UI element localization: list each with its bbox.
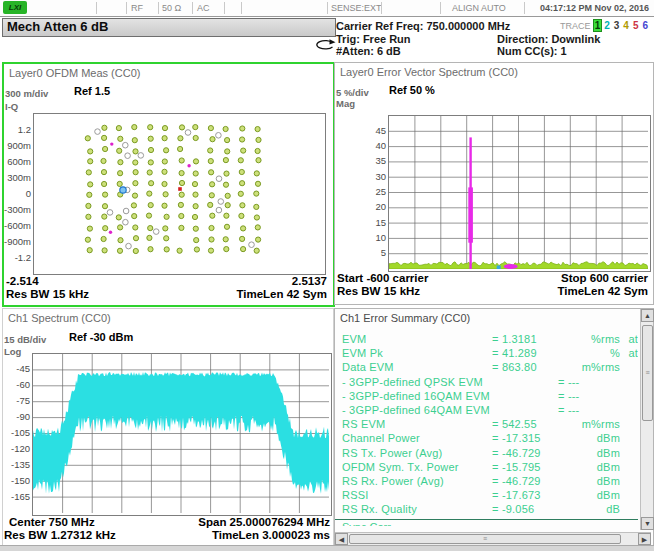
- summary-row: Data EVM= 863.80m%rms: [342, 361, 638, 375]
- thumb-grip: ≡: [645, 371, 649, 375]
- ref-level-label: Ref -30 dBm: [69, 331, 133, 343]
- scroll-up-button[interactable]: ▲: [641, 309, 654, 322]
- summary-row-value: = 1.3181: [492, 333, 537, 347]
- span-label: Span 25.000076294 MHz: [198, 516, 330, 528]
- y-axis-label: -105: [11, 427, 30, 438]
- summary-row-unit: m%rms: [570, 361, 620, 375]
- axis-format-label: Mag: [336, 98, 355, 109]
- evm-spectrum-trace: [389, 116, 648, 269]
- summary-row-value: = -9.056: [492, 503, 534, 517]
- panel-ch1-spectrum[interactable]: Ch1 Spectrum (CC0) 15 dB/div Ref -30 dBm…: [2, 308, 334, 546]
- atten-readout: #Atten: 6 dB: [336, 45, 401, 57]
- summary-row-value: = -15.795: [492, 461, 541, 475]
- y-axis: 1.2900m600m300m0-300m-600m-900m-1.2: [4, 113, 33, 273]
- summary-row: - 3GPP-defined QPSK EVM= ---: [342, 376, 638, 390]
- summary-row-name: RS Rx. Quality: [342, 503, 492, 517]
- y-axis: 45403530252015105: [357, 115, 388, 268]
- res-bw-label: Res BW 15 kHz: [6, 288, 89, 300]
- summary-row-extra: [620, 503, 638, 517]
- summary-row-extra: [620, 489, 638, 503]
- y-axis-label: -150: [11, 475, 30, 486]
- carrier-ref-freq-readout: Carrier Ref Freq: 750.000000 MHz: [336, 20, 510, 32]
- x-min-label: -2.514: [6, 275, 39, 287]
- vertical-scrollbar[interactable]: ▲ ≡ ▼: [640, 309, 653, 530]
- align-indicator: ALIGN AUTO: [452, 3, 506, 13]
- panel-ofdm-meas[interactable]: Layer0 OFDM Meas (CC0) 300 m/div Ref 1.5…: [2, 62, 335, 307]
- constellation-trace: [34, 114, 323, 272]
- summary-row-name: RSSI: [342, 489, 492, 503]
- summary-row-extra: [620, 432, 638, 446]
- error-summary-rows: EVM= 1.3181%rmsatEVM Pk= 41.289%atData E…: [342, 333, 638, 519]
- impedance-indicator: 50 Ω: [162, 3, 181, 13]
- summary-row-value: = ---: [558, 404, 579, 418]
- panel-ch1-error-summary[interactable]: Ch1 Error Summary (CC0) EVM= 1.3181%rmsa…: [334, 308, 654, 546]
- y-axis-label: 0: [26, 188, 31, 199]
- trace-button-1[interactable]: 1: [594, 20, 602, 31]
- summary-row: - 3GPP-defined 16QAM EVM= ---: [342, 390, 638, 404]
- summary-row-value: = 542.55: [492, 418, 537, 432]
- summary-row: RSSI= -17.673dBm: [342, 489, 638, 503]
- ruler-divider: [126, 2, 127, 14]
- panel-title: Layer0 Error Vector Spectrum (CC0): [340, 66, 518, 78]
- summary-row: EVM= 1.3181%rmsat: [342, 333, 638, 347]
- y-axis-label: 35: [375, 155, 386, 166]
- ruler-divider: [327, 2, 328, 14]
- trace-button-6[interactable]: 6: [641, 20, 649, 31]
- summary-row-name: RS Rx. Power (Avg): [342, 475, 492, 489]
- ruler-divider: [241, 2, 242, 14]
- y-axis-label: -600m: [4, 220, 31, 231]
- summary-row-value: = ---: [558, 390, 579, 404]
- y-axis-label: 40: [375, 140, 386, 151]
- horizontal-scroll-thumb[interactable]: ≡: [349, 534, 621, 544]
- summary-row-unit: %rms: [570, 333, 620, 347]
- axis-format-label: I-Q: [5, 101, 18, 112]
- ruler-divider: [440, 2, 441, 14]
- x-max-label: 2.5137: [292, 275, 327, 287]
- summary-row-name: RS EVM: [342, 418, 492, 432]
- scale-per-div-label: 5 %/div: [336, 87, 369, 98]
- res-bw-label: Res BW 1.27312 kHz: [4, 529, 116, 541]
- trigger-readout: Trig: Free Run: [336, 33, 411, 45]
- timelen-label: TimeLen 42 Sym: [236, 288, 327, 300]
- trace-button-4[interactable]: 4: [622, 20, 630, 31]
- vertical-scroll-thumb[interactable]: ≡: [642, 325, 653, 421]
- y-axis-label: -45: [16, 363, 30, 374]
- panel-error-vector-spectrum[interactable]: Layer0 Error Vector Spectrum (CC0) 5 %/d…: [334, 62, 654, 305]
- timelen-label: TimeLen 3.000023 ms: [212, 529, 330, 541]
- summary-row-value: = 863.80: [492, 361, 537, 375]
- horizontal-scrollbar[interactable]: ◀ ≡ ▶: [335, 532, 651, 545]
- ruler-divider: [96, 2, 97, 14]
- status-ruler: LXI RF 50 Ω AC SENSE:EXT ALIGN AUTO 04:1…: [0, 0, 654, 17]
- summary-row-extra: [620, 447, 638, 461]
- y-axis-label: 45: [375, 125, 386, 136]
- y-axis-label: 5: [381, 247, 386, 258]
- ruler-divider: [192, 2, 193, 14]
- y-axis-label: 10: [375, 232, 386, 243]
- trace-button-5[interactable]: 5: [632, 20, 640, 31]
- vsa-window: LXI RF 50 Ω AC SENSE:EXT ALIGN AUTO 04:1…: [0, 0, 654, 551]
- y-axis-label: 30: [375, 171, 386, 182]
- summary-row: - 3GPP-defined 64QAM EVM= ---: [342, 404, 638, 418]
- scroll-down-button[interactable]: ▼: [641, 517, 654, 530]
- summary-row-extra: [623, 404, 638, 418]
- scroll-left-button[interactable]: ◀: [335, 533, 348, 545]
- summary-row-extra: [620, 361, 638, 375]
- summary-row-unit: [579, 390, 622, 404]
- trace-button-3[interactable]: 3: [613, 20, 621, 31]
- scale-per-div-label: 300 m/div: [5, 88, 48, 99]
- summary-row-unit: [579, 404, 622, 418]
- constellation-plot: [33, 113, 326, 275]
- y-axis-label: 15: [375, 217, 386, 228]
- thumb-grip: ≡: [483, 537, 487, 541]
- summary-row-unit: m%rms: [570, 418, 620, 432]
- summary-row-value: = -46.729: [492, 475, 541, 489]
- y-axis-label: -90: [16, 411, 30, 422]
- summary-row-extra: at: [620, 347, 638, 361]
- num-cc-readout: Num CC(s): 1: [497, 45, 567, 57]
- summary-row-name: - 3GPP-defined 64QAM EVM: [342, 404, 558, 418]
- y-axis: -45-60-75-90-105-120-135-150-165: [3, 353, 32, 512]
- summary-row-extra: [623, 390, 638, 404]
- scroll-right-button[interactable]: ▶: [638, 533, 651, 545]
- trace-button-2[interactable]: 2: [603, 20, 611, 31]
- evm-spectrum-plot: [388, 115, 651, 272]
